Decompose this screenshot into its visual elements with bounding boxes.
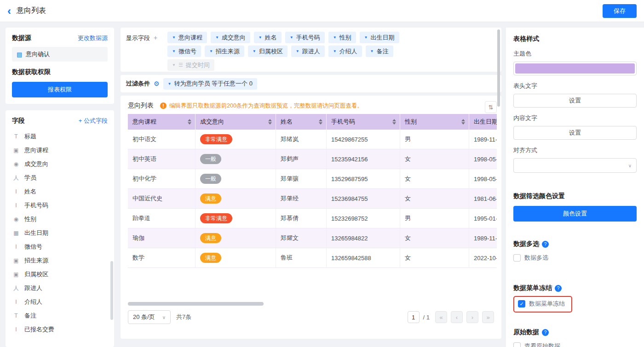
filter-chip[interactable]: ▼ 转为意向学员 等于任意一个 0 bbox=[163, 78, 257, 90]
table-row[interactable]: 初中英语一般郑鹤声15235942156女1998-05- bbox=[128, 149, 497, 169]
display-field-chip[interactable]: ▼成交意向 bbox=[211, 32, 250, 43]
column-header[interactable]: 手机号码 bbox=[327, 114, 400, 130]
filter-color-heading: 数据筛选颜色设置 bbox=[513, 192, 637, 200]
column-header[interactable]: 出生日期 bbox=[469, 114, 497, 130]
field-item[interactable]: I微信号 bbox=[12, 240, 108, 254]
field-item[interactable]: 人跟进人 bbox=[12, 281, 108, 295]
table-row[interactable]: 中国近代史满意郑肇经15236984755女1981-06- bbox=[128, 189, 497, 209]
field-item[interactable]: I介绍人 bbox=[12, 295, 108, 309]
raw-data-checkbox[interactable] bbox=[513, 342, 521, 347]
display-field-chip[interactable]: ▼性别 bbox=[328, 32, 356, 43]
chip-label: 意向课程 bbox=[178, 34, 202, 42]
sort-icon[interactable] bbox=[392, 119, 396, 125]
field-item[interactable]: ◉成交意向 bbox=[12, 157, 108, 171]
field-item[interactable]: ▣意向课程 bbox=[12, 143, 108, 157]
warning-icon: ! bbox=[160, 102, 167, 109]
display-field-chip-disabled[interactable]: ▼☰提交时间 bbox=[167, 59, 214, 71]
field-item[interactable]: T备注 bbox=[12, 309, 108, 323]
fields-scrollbar[interactable] bbox=[110, 261, 113, 320]
add-formula-field-link[interactable]: + 公式字段 bbox=[79, 117, 108, 125]
cell-intent: 一般 bbox=[196, 149, 276, 169]
intent-badge: 一般 bbox=[200, 154, 221, 164]
field-item[interactable]: ▣招生来源 bbox=[12, 254, 108, 267]
sort-icon[interactable] bbox=[461, 119, 465, 125]
report-permission-button[interactable]: 报表权限 bbox=[12, 82, 108, 97]
multiselect-checkbox-row[interactable]: 数据多选 bbox=[513, 254, 548, 262]
display-field-chip[interactable]: ▼跟进人 bbox=[291, 46, 325, 57]
column-header[interactable]: 姓名 bbox=[276, 114, 327, 130]
cell-course: 中国近代史 bbox=[128, 189, 196, 208]
cell-phone: 13529687595 bbox=[327, 169, 400, 188]
help-icon[interactable]: ? bbox=[555, 285, 562, 292]
display-field-chip[interactable]: ▼归属校区 bbox=[248, 46, 288, 57]
display-field-chip[interactable]: ▼备注 bbox=[366, 46, 393, 57]
sort-toggle-button[interactable]: ⇅ bbox=[485, 101, 497, 113]
sort-icon[interactable] bbox=[319, 119, 322, 125]
display-field-chip[interactable]: ▼手机号码 bbox=[285, 32, 325, 43]
content-text-settings-button[interactable]: 设置 bbox=[513, 126, 637, 140]
column-header[interactable]: 性别 bbox=[400, 114, 469, 130]
field-item[interactable]: I手机号码 bbox=[12, 199, 108, 212]
save-button[interactable]: 保存 bbox=[603, 4, 637, 18]
field-item[interactable]: I姓名 bbox=[12, 185, 108, 199]
add-field-icon[interactable]: + bbox=[154, 34, 157, 41]
table-row[interactable]: 瑜伽满意郑耀文13265984822女1989-11- bbox=[128, 228, 497, 248]
display-field-chip[interactable]: ▼微信号 bbox=[167, 46, 201, 57]
page-size-select[interactable]: 20 条/页 ∨ bbox=[128, 310, 171, 324]
table-title: 意向列表 bbox=[128, 102, 154, 110]
next-page-button[interactable]: › bbox=[466, 311, 478, 323]
chip-label: 介绍人 bbox=[339, 47, 357, 56]
cell-name: 郑慕倩 bbox=[276, 209, 327, 228]
help-icon[interactable]: ? bbox=[542, 241, 549, 248]
field-item[interactable]: I已报名交费 bbox=[12, 323, 108, 336]
last-page-button[interactable]: » bbox=[482, 311, 494, 323]
field-item[interactable]: T标题 bbox=[12, 130, 108, 143]
first-page-button[interactable]: « bbox=[435, 311, 447, 323]
display-field-chip[interactable]: ▼介绍人 bbox=[328, 46, 362, 57]
field-item-label: 姓名 bbox=[24, 188, 36, 196]
cell-gender: 女 bbox=[400, 169, 469, 188]
display-field-chip[interactable]: ▼姓名 bbox=[254, 32, 282, 43]
cell-birth: 1995-01- bbox=[469, 209, 497, 228]
display-field-chip[interactable]: ▼意向课程 bbox=[167, 32, 207, 43]
freeze-checkbox-row[interactable]: ✓ 数据菜单冻结 bbox=[518, 300, 565, 308]
sort-icon[interactable] bbox=[268, 119, 272, 125]
raw-data-checkbox-row[interactable]: 查看原始数据 bbox=[513, 342, 560, 347]
topbar: ‹ 意向列表 保存 bbox=[0, 0, 644, 22]
display-field-chip[interactable]: ▼出生日期 bbox=[360, 32, 399, 43]
back-icon[interactable]: ‹ bbox=[7, 6, 11, 16]
header-text-settings-button[interactable]: 设置 bbox=[513, 94, 637, 108]
cell-gender: 女 bbox=[400, 248, 469, 267]
theme-color-picker[interactable] bbox=[513, 62, 637, 75]
column-header[interactable]: 意向课程 bbox=[128, 114, 196, 130]
current-page-input[interactable]: 1 bbox=[408, 311, 420, 323]
multiselect-checkbox[interactable] bbox=[513, 254, 521, 262]
sort-icon[interactable] bbox=[188, 119, 191, 125]
gear-icon[interactable]: ⚙ bbox=[154, 80, 160, 87]
table-row[interactable]: 初中语文非常满意郑绪岚15429867255男1989-11- bbox=[128, 130, 497, 149]
column-header[interactable]: 成交意向 bbox=[196, 114, 276, 130]
alignment-select[interactable]: ∨ bbox=[513, 158, 637, 173]
help-icon[interactable]: ? bbox=[542, 329, 549, 336]
table-row[interactable]: 跆拳道非常满意郑慕倩15232698752男1995-01- bbox=[128, 209, 497, 228]
display-field-chip[interactable]: ▼招生来源 bbox=[205, 46, 244, 57]
field-item[interactable]: ▦出生日期 bbox=[12, 226, 108, 240]
table-row[interactable]: 初中化学一般郑肇骧13529687595女1998-05- bbox=[128, 169, 497, 189]
color-settings-button[interactable]: 颜色设置 bbox=[513, 206, 637, 222]
datasource-item-label: 意向确认 bbox=[26, 50, 50, 58]
table-row[interactable]: 数学满意鲁班132659842588女2022-10- bbox=[128, 248, 497, 268]
change-datasource-link[interactable]: 更改数据源 bbox=[78, 34, 108, 42]
intent-badge: 非常满意 bbox=[200, 213, 232, 223]
cell-gender: 男 bbox=[400, 130, 469, 149]
field-item[interactable]: ▣归属校区 bbox=[12, 267, 108, 281]
column-header-label: 出生日期 bbox=[474, 118, 497, 126]
datasource-item[interactable]: ▤ 意向确认 bbox=[12, 47, 108, 62]
prev-page-button[interactable]: ‹ bbox=[451, 311, 463, 323]
horizontal-scrollbar[interactable] bbox=[128, 302, 264, 306]
vertical-scrollbar[interactable] bbox=[497, 29, 500, 107]
freeze-checkbox[interactable]: ✓ bbox=[518, 300, 525, 307]
freeze-checkbox-label: 数据菜单冻结 bbox=[529, 300, 565, 308]
field-item[interactable]: 人学员 bbox=[12, 171, 108, 185]
field-item[interactable]: ◉性别 bbox=[12, 212, 108, 226]
intent-badge: 非常满意 bbox=[200, 134, 232, 144]
